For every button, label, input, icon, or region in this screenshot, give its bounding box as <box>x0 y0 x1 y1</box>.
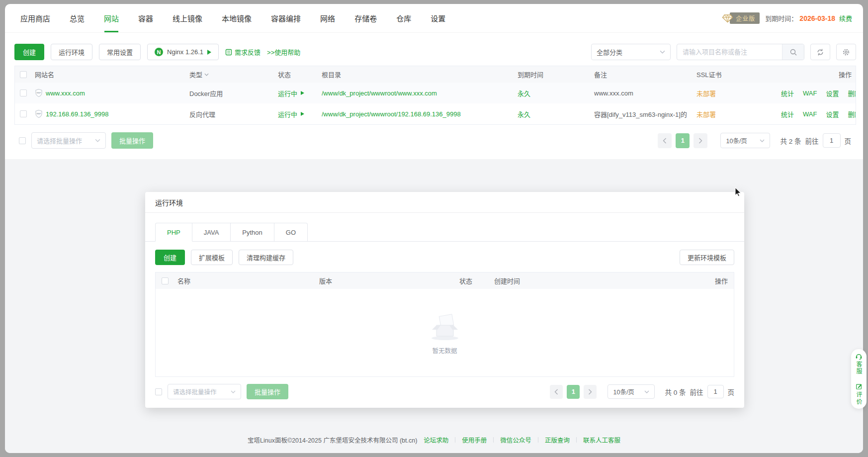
search-input[interactable] <box>677 44 782 60</box>
svg-text:WAF: WAF <box>36 91 41 94</box>
col-type[interactable]: 类型 <box>189 70 278 79</box>
help-link[interactable]: >>使用帮助 <box>267 47 300 57</box>
modal-batch-apply-button[interactable]: 批量操作 <box>247 384 288 399</box>
status-label: 运行中 <box>278 89 297 98</box>
tab-java[interactable]: JAVA <box>192 223 231 242</box>
nav-item-repository[interactable]: 仓库 <box>396 4 411 32</box>
footer-link-wechat[interactable]: 微信公众号 <box>500 435 531 445</box>
chevron-down-icon <box>760 139 765 142</box>
per-page-select[interactable]: 10条/页 <box>720 133 770 148</box>
modal-current-page-button[interactable]: 1 <box>567 385 580 399</box>
action-waf[interactable]: WAF <box>803 110 817 118</box>
footer-link-forum[interactable]: 论坛求助 <box>424 435 448 445</box>
create-site-button[interactable]: 创建 <box>14 44 44 60</box>
site-name-link[interactable]: www.xxx.com <box>46 90 85 97</box>
extend-template-button[interactable]: 扩展模板 <box>191 250 233 265</box>
tab-python[interactable]: Python <box>231 223 274 242</box>
table-row: WAF 192.168.69.136_9998 反向代理 运行中 /www/dk… <box>15 103 856 124</box>
modal-batch-bar: 请选择批量操作 批量操作 1 10条/页 共 0 条 前往 页 <box>155 384 734 399</box>
select-all-checkbox[interactable] <box>20 71 27 78</box>
nginx-version-button[interactable]: N Nginx 1.26.1 <box>147 44 219 60</box>
running-play-icon <box>301 91 304 95</box>
batch-select-placeholder: 请选择批量操作 <box>37 136 82 145</box>
modal-next-page-button[interactable] <box>584 385 597 399</box>
site-remark[interactable]: www.xxx.com <box>594 90 696 97</box>
batch-action-select[interactable]: 请选择批量操作 <box>31 132 106 149</box>
next-page-button[interactable] <box>694 133 707 148</box>
action-waf[interactable]: WAF <box>803 90 817 97</box>
modal-select-all-checkbox[interactable] <box>162 277 169 284</box>
site-status[interactable]: 运行中 <box>278 89 322 98</box>
edition-badge: 企业版 <box>730 12 760 24</box>
tab-php[interactable]: PHP <box>155 223 192 242</box>
copyright-text: 宝塔Linux面板©2014-2025 广东堡塔安全技术有限公司 (bt.cn) <box>248 435 417 445</box>
action-settings[interactable]: 设置 <box>826 89 839 98</box>
review-button[interactable]: 评价 <box>855 383 863 405</box>
nav-item-local-images[interactable]: 本地镜像 <box>222 4 252 32</box>
customer-service-button[interactable]: 客服 <box>855 353 863 375</box>
renew-link[interactable]: 续费 <box>839 13 852 23</box>
chevron-down-icon <box>95 139 100 142</box>
clean-build-cache-button[interactable]: 清理构建缓存 <box>239 250 293 265</box>
footer-link-license[interactable]: 正版查询 <box>545 435 570 445</box>
feedback-link[interactable]: 需求反馈 <box>225 47 260 57</box>
chevron-right-icon <box>698 138 702 144</box>
action-delete[interactable]: 删除 <box>848 109 856 119</box>
modal-per-page-value: 10条/页 <box>613 387 634 396</box>
site-root-path[interactable]: /www/dk_project/wwwroot/www.xxx.com <box>322 90 518 97</box>
goto-page-input[interactable] <box>823 133 841 148</box>
nav-item-overview[interactable]: 总览 <box>70 4 85 32</box>
table-row: WAF www.xxx.com Docker应用 运行中 /www/dk_pro… <box>15 83 856 103</box>
site-remark[interactable]: 容器[dify_v113_sm63-nginx-1]的 <box>594 109 696 119</box>
batch-select-all-checkbox[interactable] <box>19 137 26 144</box>
nav-item-settings[interactable]: 设置 <box>431 4 445 32</box>
chevron-down-icon <box>231 390 236 393</box>
nav-item-network[interactable]: 网络 <box>320 4 335 32</box>
status-label: 运行中 <box>278 109 297 119</box>
runtime-env-button[interactable]: 运行环境 <box>51 44 92 60</box>
footer-link-manual[interactable]: 使用手册 <box>462 435 487 445</box>
nav-item-volumes[interactable]: 存储卷 <box>354 4 377 32</box>
common-settings-button[interactable]: 常用设置 <box>99 44 141 60</box>
site-status[interactable]: 运行中 <box>278 109 322 119</box>
modal-create-button[interactable]: 创建 <box>155 250 185 265</box>
nav-item-online-images[interactable]: 线上镜像 <box>173 4 202 32</box>
site-type: 反向代理 <box>189 109 278 119</box>
modal-batch-checkbox[interactable] <box>155 388 162 395</box>
nav-item-website[interactable]: 网站 <box>104 4 119 32</box>
table-settings-button[interactable] <box>836 44 856 60</box>
modal-per-page-select[interactable]: 10条/页 <box>608 384 655 399</box>
tab-go[interactable]: GO <box>274 223 308 242</box>
site-root-path[interactable]: /www/dk_project/wwwroot/192.168.69.136_9… <box>322 110 518 118</box>
modal-prev-page-button[interactable] <box>550 385 563 399</box>
page-unit-label: 页 <box>845 136 852 146</box>
nav-item-app-store[interactable]: 应用商店 <box>20 4 50 32</box>
site-name-link[interactable]: 192.168.69.136_9998 <box>46 110 109 118</box>
batch-apply-button[interactable]: 批量操作 <box>111 132 153 149</box>
modal-goto-label: 前往 <box>690 387 703 397</box>
footer-link-support[interactable]: 联系人工客服 <box>583 435 620 445</box>
search-button[interactable] <box>782 44 804 60</box>
action-settings[interactable]: 设置 <box>826 109 839 119</box>
floating-side-panel: 客服 评价 <box>851 349 867 409</box>
action-stats[interactable]: 统计 <box>781 109 794 119</box>
modal-batch-select[interactable]: 请选择批量操作 <box>168 384 241 399</box>
action-stats[interactable]: 统计 <box>781 89 794 98</box>
action-delete[interactable]: 删除 <box>848 89 856 98</box>
update-env-template-button[interactable]: 更新环境模板 <box>680 250 734 265</box>
site-expire[interactable]: 永久 <box>518 109 594 119</box>
col-created: 创建时间 <box>494 276 704 285</box>
site-ssl-status[interactable]: 未部署 <box>696 89 781 98</box>
row-checkbox[interactable] <box>20 110 27 117</box>
feedback-label: 需求反馈 <box>235 47 260 57</box>
nav-item-orchestration[interactable]: 容器编排 <box>271 4 301 32</box>
current-page-button[interactable]: 1 <box>676 133 690 148</box>
modal-goto-page-input[interactable] <box>707 385 724 398</box>
site-expire[interactable]: 永久 <box>518 89 594 98</box>
prev-page-button[interactable] <box>658 133 672 148</box>
category-filter-select[interactable]: 全部分类 <box>591 44 671 60</box>
refresh-button[interactable] <box>810 44 830 60</box>
nav-item-container[interactable]: 容器 <box>138 4 153 32</box>
site-ssl-status[interactable]: 未部署 <box>696 109 781 119</box>
row-checkbox[interactable] <box>20 90 27 96</box>
